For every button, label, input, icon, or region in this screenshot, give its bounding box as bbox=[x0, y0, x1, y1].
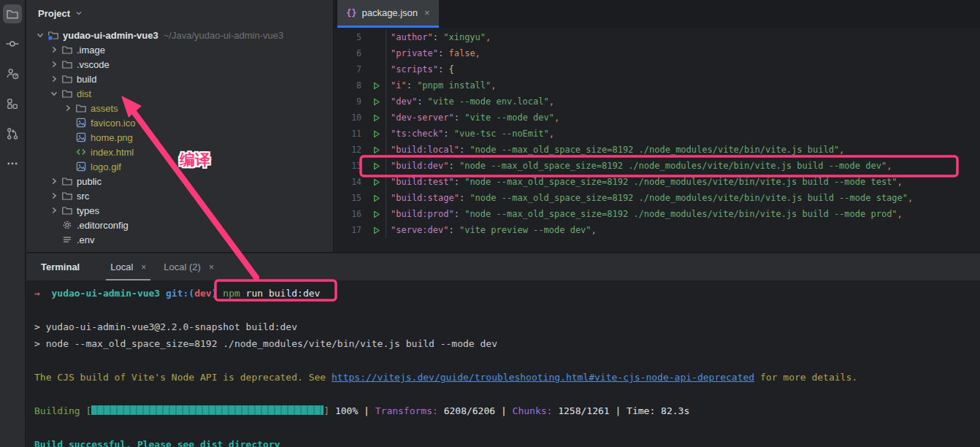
code-text: "build:stage": "node --max_old_space_siz… bbox=[386, 190, 913, 206]
tree-item-home-png[interactable]: home.png bbox=[26, 130, 333, 145]
chevron-right-icon[interactable] bbox=[49, 205, 61, 216]
line-number: 10 bbox=[334, 112, 367, 123]
chevron-spacer bbox=[49, 219, 61, 231]
tree-item--env[interactable]: .env bbox=[26, 232, 333, 247]
tree-item-label: assets bbox=[91, 103, 118, 114]
code-editor[interactable]: 5"author": "xingyu",6"private": false,7"… bbox=[334, 28, 980, 252]
code-text: "private": false, bbox=[386, 45, 481, 61]
code-line-12: 12"build:local": "node --max_old_space_s… bbox=[334, 142, 980, 158]
tree-item-label: src bbox=[77, 191, 89, 202]
tree-item-index-html[interactable]: index.html bbox=[26, 145, 333, 159]
chevron-right-icon[interactable] bbox=[49, 44, 61, 56]
chevron-right-icon[interactable] bbox=[49, 73, 61, 85]
code-line-14: 14"build:test": "node --max_old_space_si… bbox=[334, 174, 980, 190]
terminal-line-10: Build successful. Please see dist direct… bbox=[34, 436, 980, 447]
project-panel-header[interactable]: Project bbox=[26, 0, 333, 26]
close-icon[interactable]: × bbox=[424, 7, 430, 18]
chevron-spacer bbox=[49, 234, 61, 245]
terminal-tab-label: Local bbox=[110, 261, 133, 272]
terminal-line-1: → yudao-ui-admin-vue3 git:(dev) npm run … bbox=[34, 285, 980, 302]
run-script-icon[interactable] bbox=[367, 113, 386, 123]
commit-icon[interactable] bbox=[3, 34, 22, 53]
tree-item-label: public bbox=[77, 176, 102, 187]
tree-item-favicon-ico[interactable]: favicon.ico bbox=[26, 115, 333, 130]
code-text: "build:local": "node --max_old_space_siz… bbox=[386, 142, 844, 158]
project-folder-icon[interactable] bbox=[3, 4, 22, 23]
tree-item-assets[interactable]: assets bbox=[26, 101, 333, 115]
tree-item--image[interactable]: .image bbox=[26, 42, 333, 57]
pull-requests-icon[interactable] bbox=[3, 124, 22, 143]
terminal-text: ) bbox=[212, 288, 223, 299]
chevron-right-icon[interactable] bbox=[49, 175, 61, 187]
troubleshooting-link[interactable]: https://vitejs.dev/guide/troubleshooting… bbox=[332, 372, 754, 383]
code-text: "scripts": { bbox=[386, 61, 454, 77]
line-number: 11 bbox=[334, 129, 367, 139]
terminal-text: > yudao-ui-admin-vue3@2.2.0-snapshot bui… bbox=[34, 321, 297, 332]
chevron-down-icon[interactable] bbox=[35, 29, 47, 41]
line-number: 8 bbox=[334, 80, 367, 91]
tree-item-src[interactable]: src bbox=[26, 188, 333, 203]
html-file-icon bbox=[75, 146, 91, 158]
run-script-icon[interactable] bbox=[367, 129, 386, 139]
image-file-icon bbox=[75, 117, 91, 129]
run-script-icon[interactable] bbox=[367, 81, 386, 91]
chevron-down-icon[interactable] bbox=[49, 88, 61, 99]
tree-item-build[interactable]: build bbox=[26, 72, 333, 86]
tree-item-public[interactable]: public bbox=[26, 174, 333, 188]
terminal-title: Terminal bbox=[41, 253, 80, 280]
chevron-right-icon[interactable] bbox=[63, 102, 75, 114]
terminal-text: Building [ bbox=[34, 405, 91, 416]
code-text: "build:prod": "node --max_old_space_size… bbox=[386, 206, 903, 222]
project-file-icon bbox=[47, 29, 63, 41]
close-icon[interactable]: × bbox=[141, 262, 146, 272]
more-icon[interactable] bbox=[3, 154, 22, 173]
tree-item-label: index.html bbox=[91, 147, 134, 158]
chevron-spacer bbox=[63, 117, 75, 129]
tree-item--editorconfig[interactable]: .editorconfig bbox=[26, 218, 333, 232]
tree-item-path-suffix: ~/Java/yudao-ui-admin-vue3 bbox=[164, 30, 283, 41]
terminal-text: yudao-ui-admin-vue3 bbox=[51, 288, 166, 299]
tree-item-label: .vscode bbox=[77, 59, 110, 70]
learn-icon[interactable]: ? bbox=[3, 64, 22, 83]
close-icon[interactable]: × bbox=[209, 262, 214, 272]
tree-item-types[interactable]: types bbox=[26, 203, 333, 218]
folder-file-icon bbox=[61, 175, 77, 187]
run-script-icon[interactable] bbox=[367, 97, 386, 107]
lines-file-icon bbox=[61, 234, 77, 245]
code-line-11: 11"ts:check": "vue-tsc --noEmit", bbox=[334, 126, 980, 142]
code-line-10: 10"dev-server": "vite --mode dev", bbox=[334, 110, 980, 126]
project-tree: yudao-ui-admin-vue3~/Java/yudao-ui-admin… bbox=[26, 26, 333, 247]
tree-item-label: .env bbox=[77, 234, 95, 245]
terminal-text: git:( bbox=[166, 288, 194, 299]
tree-item-logo-gif[interactable]: logo.gif bbox=[26, 159, 333, 174]
terminal-tab-local[interactable]: Local× bbox=[102, 253, 155, 280]
terminal-line-8: Building [] 100% | Transforms: 6208/6206… bbox=[34, 402, 980, 419]
run-script-icon[interactable] bbox=[367, 161, 386, 171]
line-number: 13 bbox=[334, 161, 367, 171]
tool-window-stripe: ? bbox=[0, 0, 26, 447]
run-script-icon[interactable] bbox=[367, 177, 386, 187]
run-script-icon[interactable] bbox=[367, 226, 386, 235]
line-number: 5 bbox=[334, 32, 367, 42]
terminal-tab-local-2-[interactable]: Local (2)× bbox=[155, 253, 223, 280]
terminal-text: Transforms: bbox=[375, 405, 438, 416]
tab-package-json[interactable]: {} package.json × bbox=[337, 0, 439, 28]
tree-item-yudao-ui-admin-vue3[interactable]: yudao-ui-admin-vue3~/Java/yudao-ui-admin… bbox=[26, 28, 333, 42]
run-script-icon[interactable] bbox=[367, 194, 386, 203]
folder-file-icon bbox=[75, 102, 91, 114]
code-text: "dev": "vite --mode env.local", bbox=[386, 93, 554, 110]
tree-item-dist[interactable]: dist bbox=[26, 86, 333, 101]
line-number: 14 bbox=[334, 177, 367, 187]
code-line-9: 9"dev": "vite --mode env.local", bbox=[334, 93, 980, 110]
terminal-tabs: Local×Local (2)× bbox=[102, 253, 223, 280]
tree-item--vscode[interactable]: .vscode bbox=[26, 57, 333, 72]
run-script-icon[interactable] bbox=[367, 145, 386, 155]
tree-item-label: favicon.ico bbox=[91, 118, 135, 129]
line-number: 7 bbox=[334, 64, 367, 74]
structure-icon[interactable] bbox=[3, 94, 22, 113]
chevron-right-icon[interactable] bbox=[49, 58, 61, 70]
terminal-text: The CJS build of Vite's Node API is depr… bbox=[34, 372, 332, 383]
run-script-icon[interactable] bbox=[367, 210, 386, 219]
chevron-right-icon[interactable] bbox=[49, 190, 61, 202]
line-number: 9 bbox=[334, 96, 367, 107]
